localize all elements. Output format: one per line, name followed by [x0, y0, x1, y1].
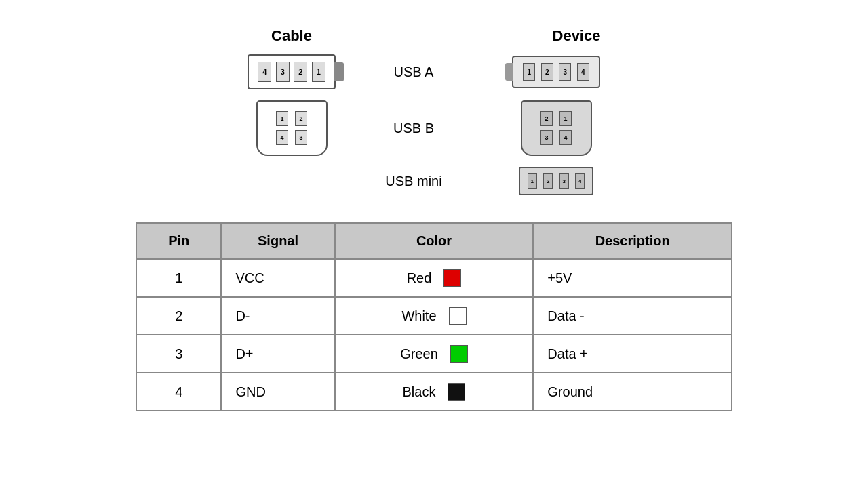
usb-a-cable: 4 3 2 1 [224, 54, 359, 89]
device-b-pin2: 2 [540, 111, 553, 126]
usb-b-cable: 1 2 4 3 [224, 100, 359, 156]
color-swatch [443, 269, 461, 287]
cell-color: Black [335, 373, 534, 411]
color-name: White [401, 308, 436, 324]
usb-a-device: 1 2 3 4 [468, 56, 644, 88]
color-swatch [449, 307, 467, 325]
mini-pin1: 1 [528, 173, 537, 189]
col-header-color: Color [335, 223, 534, 259]
cell-description: Data - [533, 297, 732, 335]
cable-b-pin3: 3 [295, 130, 307, 145]
color-swatch [450, 345, 468, 363]
cell-description: Data + [533, 335, 732, 373]
cell-pin: 3 [136, 335, 221, 373]
cell-color: Green [335, 335, 534, 373]
cell-color: White [335, 297, 534, 335]
device-b-pin4: 4 [559, 130, 572, 145]
usb-b-row: 1 2 4 3 USB B 2 1 3 4 [197, 100, 671, 156]
device-b-pin3: 3 [540, 130, 553, 145]
cable-a-pin2: 2 [294, 62, 307, 82]
table-row: 2D-WhiteData - [136, 297, 732, 335]
table-row: 4GNDBlackGround [136, 373, 732, 411]
color-swatch [448, 383, 465, 401]
cell-signal: D- [221, 297, 334, 335]
usb-a-row: 4 3 2 1 USB A 1 2 3 4 [197, 54, 671, 89]
cable-a-pin3: 3 [276, 62, 290, 82]
cable-a-pin1: 1 [312, 62, 326, 82]
mini-pin4: 4 [575, 173, 585, 189]
cell-pin: 4 [136, 373, 221, 411]
device-a-pin4: 4 [577, 63, 589, 81]
color-name: Green [400, 346, 438, 362]
mini-pin2: 2 [543, 173, 553, 189]
cell-signal: D+ [221, 335, 334, 373]
cell-signal: GND [221, 373, 334, 411]
mini-pin3: 3 [559, 173, 569, 189]
table-row: 3D+GreenData + [136, 335, 732, 373]
device-a-pin2: 2 [541, 63, 553, 81]
usb-mini-label: USB mini [385, 174, 441, 188]
usb-b-device: 2 1 3 4 [468, 100, 644, 156]
pin-table: Pin Signal Color Description 1VCCRed+5V2… [136, 222, 732, 411]
table-row: 1VCCRed+5V [136, 259, 732, 297]
col-header-pin: Pin [136, 223, 221, 259]
cable-a-pin4: 4 [258, 62, 271, 82]
usb-mini-row: USB mini 1 2 3 4 [197, 167, 671, 195]
color-name: Red [407, 270, 432, 286]
usb-b-label: USB B [393, 121, 434, 136]
cable-b-pin2: 2 [295, 111, 307, 126]
cell-description: +5V [533, 259, 732, 297]
cable-header: Cable [271, 27, 312, 44]
cell-pin: 2 [136, 297, 221, 335]
device-a-pin1: 1 [523, 63, 535, 81]
device-b-pin1: 1 [559, 111, 572, 126]
cell-color: Red [335, 259, 534, 297]
cell-signal: VCC [221, 259, 334, 297]
usb-a-label: USB A [394, 64, 434, 79]
device-header: Device [553, 27, 601, 44]
col-header-signal: Signal [221, 223, 334, 259]
cell-description: Ground [533, 373, 732, 411]
color-name: Black [403, 384, 436, 400]
cable-b-pin4: 4 [276, 130, 288, 145]
cell-pin: 1 [136, 259, 221, 297]
cable-b-pin1: 1 [276, 111, 288, 126]
usb-mini-device: 1 2 3 4 [468, 167, 644, 195]
device-a-pin3: 3 [559, 63, 571, 81]
col-header-desc: Description [533, 223, 732, 259]
connector-section: Cable Device 4 3 2 1 USB A 1 2 [197, 27, 671, 202]
